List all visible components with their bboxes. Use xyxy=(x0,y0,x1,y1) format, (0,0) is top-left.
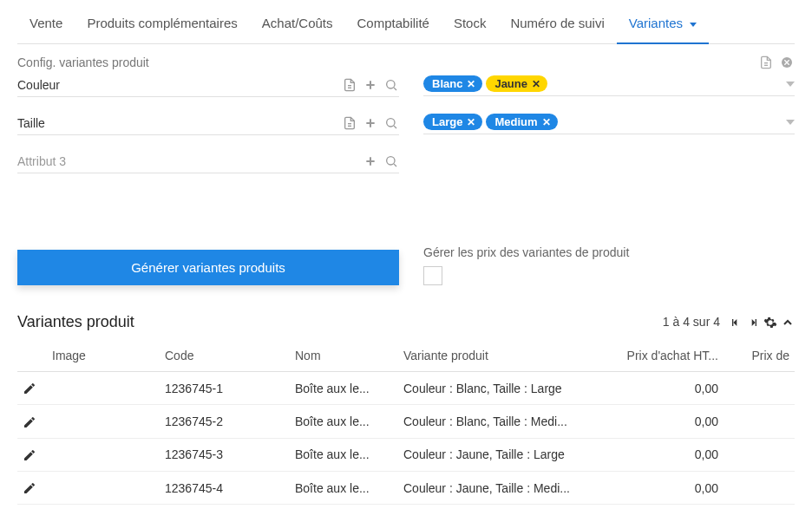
pager-next-icon[interactable] xyxy=(746,315,760,330)
attr-couleur[interactable]: Couleur xyxy=(17,70,399,97)
chevron-up-icon[interactable] xyxy=(781,315,795,330)
pencil-icon[interactable] xyxy=(23,381,36,395)
col-code[interactable]: Code xyxy=(160,340,290,372)
cell-variant: Couleur : Blanc, Taille : Large xyxy=(398,372,602,405)
cell-code: 1236745-1 xyxy=(160,372,290,405)
tag-label: Medium xyxy=(494,115,537,128)
tab-stock[interactable]: Stock xyxy=(442,16,499,43)
tag-blanc: Blanc ✕ xyxy=(423,75,482,92)
document-icon[interactable] xyxy=(342,77,357,93)
cell-variant: Couleur : Jaune, Taille : Large xyxy=(398,438,602,471)
cell-code: 1236745-3 xyxy=(160,438,290,471)
svg-point-7 xyxy=(387,81,395,88)
svg-point-13 xyxy=(387,119,395,127)
chevron-down-icon[interactable] xyxy=(786,82,795,87)
col-image[interactable]: Image xyxy=(47,340,160,372)
attr-new[interactable]: Attribut 3 xyxy=(17,147,399,173)
table-row[interactable]: 1236745-3Boîte aux le...Couleur : Jaune,… xyxy=(17,438,795,471)
attr-taille-values[interactable]: Large ✕ Medium ✕ xyxy=(423,108,795,134)
svg-point-17 xyxy=(387,157,395,165)
attr-label: Taille xyxy=(17,116,45,130)
pager-prev-icon[interactable] xyxy=(729,315,743,330)
pencil-icon[interactable] xyxy=(23,480,36,494)
cell-code: 1236745-4 xyxy=(160,471,290,504)
remove-record-icon[interactable] xyxy=(779,55,795,70)
search-icon[interactable] xyxy=(383,153,399,169)
remove-tag-icon[interactable]: ✕ xyxy=(532,78,540,90)
pencil-icon[interactable] xyxy=(23,447,36,461)
cell-nom: Boîte aux le... xyxy=(290,405,398,438)
cell-image xyxy=(47,372,160,405)
remove-tag-icon[interactable]: ✕ xyxy=(467,78,475,90)
cell-image xyxy=(47,405,160,438)
tag-large: Large ✕ xyxy=(423,114,482,130)
table-row[interactable]: 1236745-2Boîte aux le...Couleur : Blanc,… xyxy=(17,405,795,438)
attr-taille[interactable]: Taille xyxy=(17,108,399,135)
manage-prices-label: Gérer les prix des variantes de produit xyxy=(423,245,795,259)
col-nom[interactable]: Nom xyxy=(290,340,398,372)
tab-vente[interactable]: Vente xyxy=(17,16,75,43)
manage-prices-checkbox[interactable] xyxy=(423,266,442,285)
gear-icon[interactable] xyxy=(763,315,777,330)
attr-placeholder: Attribut 3 xyxy=(17,154,66,168)
tab-bar: Vente Produits complémentaires Achat/Coû… xyxy=(17,0,795,44)
tab-variantes-label: Variantes xyxy=(629,16,683,30)
svg-line-14 xyxy=(394,126,396,128)
col-prix-achat[interactable]: Prix d'achat HT... xyxy=(602,340,724,372)
generate-variants-button[interactable]: Générer variantes produits xyxy=(17,250,399,285)
cell-nom: Boîte aux le... xyxy=(290,438,398,471)
plus-icon[interactable] xyxy=(363,153,378,169)
cell-prix-achat: 0,00 xyxy=(602,372,724,405)
cell-prix-de xyxy=(724,438,795,471)
remove-tag-icon[interactable]: ✕ xyxy=(542,116,551,128)
cell-variant: Couleur : Blanc, Taille : Medi... xyxy=(398,405,602,438)
table-row[interactable]: 1236745-1Boîte aux le...Couleur : Blanc,… xyxy=(17,372,795,405)
search-icon[interactable] xyxy=(383,115,399,131)
variants-table: Image Code Nom Variante produit Prix d'a… xyxy=(17,340,795,505)
col-prix-de[interactable]: Prix de xyxy=(724,340,795,372)
cell-prix-achat: 0,00 xyxy=(602,438,724,471)
tag-label: Blanc xyxy=(432,77,462,90)
remove-tag-icon[interactable]: ✕ xyxy=(467,116,475,128)
tab-suivi[interactable]: Numéro de suivi xyxy=(498,16,616,43)
cell-prix-achat: 0,00 xyxy=(602,471,724,504)
variants-title: Variantes produit xyxy=(17,313,134,331)
svg-rect-20 xyxy=(756,319,756,326)
plus-icon[interactable] xyxy=(363,77,378,93)
attr-label: Couleur xyxy=(17,78,60,92)
cell-code: 1236745-2 xyxy=(160,405,290,438)
table-row[interactable]: 1236745-4Boîte aux le...Couleur : Jaune,… xyxy=(17,471,795,504)
cell-nom: Boîte aux le... xyxy=(290,471,398,504)
attr-couleur-values[interactable]: Blanc ✕ Jaune ✕ xyxy=(423,70,795,96)
new-record-icon[interactable] xyxy=(758,55,774,70)
pencil-icon[interactable] xyxy=(23,414,36,427)
tab-compta[interactable]: Comptabilité xyxy=(345,16,442,43)
config-section-label: Config. variantes produit xyxy=(17,55,149,69)
tag-label: Large xyxy=(432,115,462,128)
chevron-down-icon xyxy=(690,23,697,27)
cell-nom: Boîte aux le... xyxy=(290,372,398,405)
svg-rect-19 xyxy=(732,319,733,326)
tab-variantes[interactable]: Variantes xyxy=(617,16,709,44)
tab-complements[interactable]: Produits complémentaires xyxy=(75,16,249,43)
search-icon[interactable] xyxy=(383,77,399,93)
cell-image xyxy=(47,438,160,471)
tag-jaune: Jaune ✕ xyxy=(486,75,547,92)
chevron-down-icon[interactable] xyxy=(786,120,795,125)
col-variant[interactable]: Variante produit xyxy=(398,340,602,372)
cell-prix-achat: 0,00 xyxy=(602,405,724,438)
tag-medium: Medium ✕ xyxy=(486,114,557,130)
svg-line-8 xyxy=(394,88,396,90)
pager-text: 1 à 4 sur 4 xyxy=(663,315,720,329)
cell-image xyxy=(47,471,160,504)
cell-prix-de xyxy=(724,405,795,438)
plus-icon[interactable] xyxy=(363,115,378,131)
document-icon[interactable] xyxy=(342,115,357,131)
svg-line-18 xyxy=(394,164,396,166)
cell-prix-de xyxy=(724,471,795,504)
tab-achat[interactable]: Achat/Coûts xyxy=(250,16,345,43)
tag-label: Jaune xyxy=(494,77,527,90)
cell-prix-de xyxy=(724,372,795,405)
cell-variant: Couleur : Jaune, Taille : Medi... xyxy=(398,471,602,504)
